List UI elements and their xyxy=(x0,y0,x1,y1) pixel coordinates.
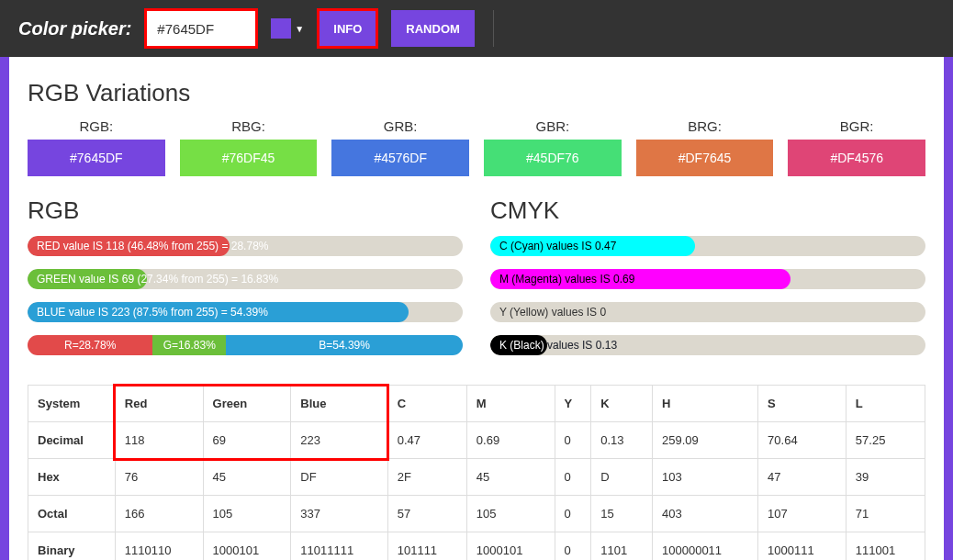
table-header: S xyxy=(758,386,846,422)
variation-swatch[interactable]: #DF4576 xyxy=(788,140,925,176)
table-header: K xyxy=(591,386,653,422)
color-swatch-dropdown[interactable]: ▼ xyxy=(271,18,304,39)
table-header: C xyxy=(387,386,466,422)
table-header: M xyxy=(466,386,555,422)
table-cell: 118 xyxy=(115,422,203,459)
table-row-name: Hex xyxy=(28,459,116,496)
variation-label: BGR: xyxy=(788,118,925,134)
table-cell: 0.69 xyxy=(466,422,555,459)
cmyk-bar-label: K (Black) values IS 0.13 xyxy=(499,335,617,355)
variation-label: GBR: xyxy=(484,118,622,134)
cmyk-bars: C (Cyan) values IS 0.47M (Magenta) value… xyxy=(490,236,925,355)
table-row: Hex7645DF2F450D1034739 xyxy=(28,459,925,496)
info-button[interactable]: INFO xyxy=(319,10,376,47)
cmyk-bar-fill: C (Cyan) values IS 0.47 xyxy=(490,236,695,256)
table-cell: 105 xyxy=(203,496,291,532)
side-accent-left xyxy=(0,57,9,560)
table-row-name: Binary xyxy=(28,532,116,561)
table-cell: 2F xyxy=(387,459,466,496)
table-cell: 0 xyxy=(555,422,591,459)
rgb-variations-title: RGB Variations xyxy=(28,79,925,107)
variation-label: RBG: xyxy=(180,118,318,134)
cmyk-bar-fill: M (Magenta) values IS 0.69 xyxy=(490,269,790,289)
table-cell: 47 xyxy=(758,459,846,496)
table-cell: 105 xyxy=(466,496,555,532)
table-cell: 11011111 xyxy=(291,532,387,561)
topbar-divider xyxy=(493,10,494,47)
table-cell: 70.64 xyxy=(758,422,846,459)
table-cell: 1110110 xyxy=(115,532,203,561)
cmyk-title: CMYK xyxy=(490,196,925,225)
variation-swatch[interactable]: #4576DF xyxy=(331,140,469,176)
table-cell: 57 xyxy=(387,496,466,532)
table-cell: 57.25 xyxy=(846,422,925,459)
table-cell: 223 xyxy=(291,422,387,459)
table-cell: 403 xyxy=(653,496,758,532)
variation-item: RBG:#76DF45 xyxy=(180,118,318,176)
chevron-down-icon: ▼ xyxy=(295,24,304,34)
rgb-bar: GREEN value IS 69 (27.34% from 255) = 16… xyxy=(28,269,463,289)
topbar: Color picker: ▼ INFO RANDOM xyxy=(0,0,953,57)
table-cell: DF xyxy=(291,459,387,496)
rgb-segment: G=16.83% xyxy=(152,335,226,355)
table-cell: 45 xyxy=(466,459,555,496)
table-row-name: Octal xyxy=(28,496,116,532)
rgb-bars: RED value IS 118 (46.48% from 255) = 28.… xyxy=(28,236,463,322)
table-cell: 107 xyxy=(758,496,846,532)
variation-swatch[interactable]: #DF7645 xyxy=(636,140,774,176)
variation-item: GBR:#45DF76 xyxy=(484,118,622,176)
variation-label: GRB: xyxy=(331,118,469,134)
rgb-title: RGB xyxy=(28,196,463,225)
rgb-bar-fill: GREEN value IS 69 (27.34% from 255) = 16… xyxy=(28,269,147,289)
cmyk-bar: M (Magenta) values IS 0.69 xyxy=(490,269,925,289)
table-cell: 103 xyxy=(653,459,758,496)
variation-item: BRG:#DF7645 xyxy=(636,118,774,176)
app-title: Color picker: xyxy=(18,18,131,39)
table-header: System xyxy=(28,386,116,422)
rgb-segments-bar: R=28.78%G=16.83%B=54.39% xyxy=(28,335,463,355)
rgb-bar-fill: BLUE value IS 223 (87.5% from 255) = 54.… xyxy=(28,302,409,322)
table-header: Red xyxy=(115,386,203,422)
variation-swatch[interactable]: #76DF45 xyxy=(180,140,318,176)
rgb-bar: BLUE value IS 223 (87.5% from 255) = 54.… xyxy=(28,302,463,322)
rgb-variations-row: RGB:#7645DFRBG:#76DF45GRB:#4576DFGBR:#45… xyxy=(28,118,925,176)
random-button[interactable]: RANDOM xyxy=(391,10,475,47)
table-cell: 0.13 xyxy=(591,422,653,459)
table-cell: 101111 xyxy=(387,532,466,561)
table-cell: 45 xyxy=(203,459,291,496)
cmyk-bar: K (Black) values IS 0.13 xyxy=(490,335,925,355)
color-swatch-preview xyxy=(271,18,291,39)
table-header: L xyxy=(846,386,925,422)
table-cell: 1000101 xyxy=(466,532,555,561)
table-header: Green xyxy=(203,386,291,422)
rgb-segment: B=54.39% xyxy=(226,335,463,355)
color-systems-table: SystemRedGreenBlueCMYKHSLDecimal11869223… xyxy=(28,385,925,560)
hex-input[interactable] xyxy=(146,10,256,47)
variation-item: RGB:#7645DF xyxy=(28,118,165,176)
table-cell: 0 xyxy=(555,496,591,532)
table-cell: 0 xyxy=(555,532,591,561)
rgb-segment: R=28.78% xyxy=(28,335,152,355)
table-header: H xyxy=(653,386,758,422)
table-cell: 76 xyxy=(115,459,203,496)
table-cell: 15 xyxy=(591,496,653,532)
table-cell: 71 xyxy=(846,496,925,532)
table-cell: 259.09 xyxy=(653,422,758,459)
variation-label: BRG: xyxy=(636,118,774,134)
table-cell: 111001 xyxy=(846,532,925,561)
variation-swatch[interactable]: #45DF76 xyxy=(484,140,622,176)
table-cell: 1000111 xyxy=(758,532,846,561)
cmyk-bar: C (Cyan) values IS 0.47 xyxy=(490,236,925,256)
rgb-bar-fill: RED value IS 118 (46.48% from 255) = 28.… xyxy=(28,236,230,256)
table-cell: 100000011 xyxy=(653,532,758,561)
variation-item: GRB:#4576DF xyxy=(331,118,469,176)
table-cell: 69 xyxy=(203,422,291,459)
table-cell: 39 xyxy=(846,459,925,496)
table-header: Y xyxy=(555,386,591,422)
table-cell: 166 xyxy=(115,496,203,532)
variation-swatch[interactable]: #7645DF xyxy=(28,140,165,176)
table-cell: 1101 xyxy=(591,532,653,561)
table-row: Decimal118692230.470.6900.13259.0970.645… xyxy=(28,422,925,459)
cmyk-bar-label: Y (Yellow) values IS 0 xyxy=(499,302,606,322)
table-cell: 337 xyxy=(291,496,387,532)
